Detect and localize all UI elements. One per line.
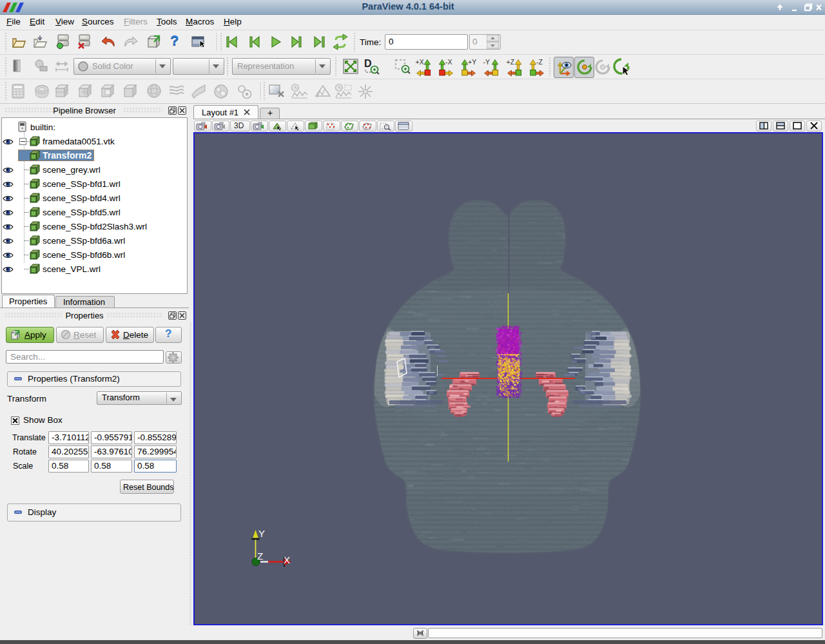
svg-text:-Z: -Z: [536, 58, 543, 66]
svg-text:D: D: [364, 58, 372, 69]
svg-text:Y: Y: [258, 528, 265, 539]
svg-text:+X: +X: [416, 58, 424, 66]
svg-text:Z: Z: [257, 551, 263, 561]
svg-text:+Z: +Z: [507, 58, 515, 66]
svg-text:X: X: [284, 554, 290, 565]
svg-text:+Y: +Y: [468, 58, 476, 66]
svg-text:-X: -X: [445, 58, 452, 66]
svg-text:-Y: -Y: [483, 58, 490, 66]
